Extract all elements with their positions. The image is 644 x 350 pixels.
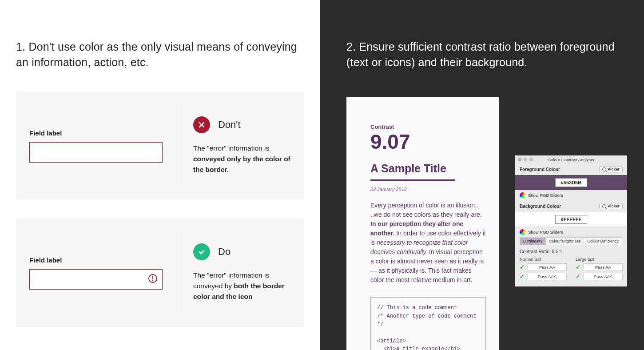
background-section: Background Colour Picker	[515, 200, 627, 212]
check-icon: ✓	[520, 273, 525, 280]
sliders-label: Show RGB Sliders	[528, 193, 563, 198]
pass-aa-label: Pass AA	[528, 263, 567, 271]
large-aa-row: ✓Pass AA	[576, 263, 623, 271]
tab-luminosity[interactable]: Luminosity	[520, 237, 546, 245]
contrast-label: Contrast	[370, 123, 486, 130]
background-label: Background Colour	[520, 204, 561, 209]
contrast-ratio-value: 9.07	[370, 131, 486, 152]
background-picker-button[interactable]: Picker	[599, 203, 623, 209]
verdict-label: Don't	[218, 119, 241, 131]
tab-colour-brightness[interactable]: Colour/Brightness	[545, 237, 584, 245]
foreground-picker-button[interactable]: Picker	[599, 166, 623, 172]
vertical-divider	[178, 230, 178, 315]
vertical-divider	[178, 103, 178, 188]
background-header: Background Colour Picker	[520, 203, 623, 209]
x-icon	[193, 116, 210, 133]
normal-text-heading: Normal text	[520, 257, 567, 262]
colour-contrast-analyser: Colour Contrast Analyser Foreground Colo…	[515, 155, 627, 286]
window-titlebar: Colour Contrast Analyser	[515, 155, 627, 163]
check-icon: ✓	[576, 264, 581, 270]
verdict-label: Do	[218, 246, 231, 258]
foreground-rgb-sliders-row[interactable]: Show RGB Sliders	[515, 190, 627, 200]
verdict-header: Do	[193, 243, 290, 260]
normal-aaa-row: ✓Pass AAA	[520, 273, 567, 280]
example-dont-input-side: Field label	[29, 116, 163, 175]
verdict-dont-text: The "error" information is conveyed only…	[193, 143, 290, 175]
foreground-label: Foreground Colour	[520, 167, 560, 172]
check-icon	[193, 243, 210, 260]
sliders-label: Show RGB Sliders	[528, 230, 563, 235]
svg-point-2	[152, 279, 154, 281]
large-text-heading: Large text	[576, 257, 623, 262]
verdict-dont-side: Don't The "error" information is conveye…	[193, 116, 290, 175]
foreground-section: Foreground Colour Picker	[515, 163, 627, 175]
magnifier-icon	[602, 204, 606, 208]
background-swatch: #FFFFFF	[515, 212, 627, 227]
normal-text-col: Normal text ✓Pass AA ✓Pass AAA	[520, 257, 567, 282]
preview-wrap: Contrast 9.07 A Sample Title 22 January …	[346, 97, 627, 350]
error-circle-icon	[148, 274, 158, 285]
pass-grid: Normal text ✓Pass AA ✓Pass AAA Large tex…	[520, 257, 623, 282]
background-rgb-sliders-row[interactable]: Show RGB Sliders	[515, 227, 627, 237]
foreground-header: Foreground Colour Picker	[520, 166, 623, 172]
field-label: Field label	[29, 256, 163, 264]
check-icon: ✓	[576, 273, 581, 280]
panel-right-dark: 2. Ensure sufficient contrast ratio betw…	[320, 0, 644, 350]
result-tabs: Luminosity Colour/Brightness Colour Defi…	[515, 237, 627, 245]
example-do-box: Field label Do The "error" information i…	[16, 219, 304, 327]
background-value[interactable]: #FFFFFF	[555, 215, 587, 224]
verdict-do-text: The "error" information is conveyed by b…	[193, 270, 290, 302]
pass-aa-label: Pass AA	[584, 263, 623, 271]
article-preview: Contrast 9.07 A Sample Title 22 January …	[346, 97, 499, 350]
pass-aaa-label: Pass AAA	[528, 273, 567, 280]
field-label: Field label	[29, 129, 163, 137]
article-title: A Sample Title	[370, 162, 455, 181]
picker-label: Picker	[608, 204, 620, 208]
picker-label: Picker	[608, 167, 620, 171]
article-code-block: // This is a code comment /* Another typ…	[370, 297, 486, 350]
example-do-input-side: Field label	[29, 243, 163, 302]
large-text-col: Large text ✓Pass AA ✓Pass AAA	[576, 257, 623, 282]
text-segment: Every perception of color is an illusion…	[370, 202, 482, 218]
foreground-swatch: #553D5B	[515, 175, 627, 190]
color-wheel-icon	[520, 192, 525, 198]
panel-left-light: 1. Don't use color as the only visual me…	[0, 0, 320, 350]
pass-aaa-label: Pass AAA	[584, 273, 623, 280]
article-date: 22 January 2012	[370, 187, 486, 192]
text-bold-segment: conveyed only by the color of the border…	[193, 155, 290, 173]
window-title: Colour Contrast Analyser	[515, 157, 627, 162]
rule-2-heading: 2. Ensure sufficient contrast ratio betw…	[346, 39, 627, 70]
error-input-with-icon[interactable]	[29, 269, 163, 290]
contrast-ratio-line: Contrast Ratio: 9.5:1	[520, 249, 623, 254]
normal-aa-row: ✓Pass AA	[520, 263, 567, 271]
text-segment: The "error" information is	[193, 144, 269, 152]
magnifier-icon	[602, 167, 606, 171]
large-aaa-row: ✓Pass AAA	[576, 273, 623, 280]
foreground-value[interactable]: #553D5B	[555, 178, 587, 187]
article-body: Every perception of color is an illusion…	[370, 201, 486, 285]
verdict-do-side: Do The "error" information is conveyed b…	[193, 243, 290, 302]
rule-1-heading: 1. Don't use color as the only visual me…	[16, 39, 304, 70]
tab-colour-deficiency[interactable]: Colour Deficiency	[584, 237, 622, 245]
check-icon: ✓	[520, 264, 525, 270]
example-dont-box: Field label Don't The "error" informatio…	[16, 91, 304, 200]
verdict-header: Don't	[193, 116, 290, 133]
error-input-no-icon[interactable]	[29, 142, 163, 163]
result-panel: Contrast Ratio: 9.5:1 Normal text ✓Pass …	[515, 245, 627, 286]
color-wheel-icon	[520, 229, 525, 235]
